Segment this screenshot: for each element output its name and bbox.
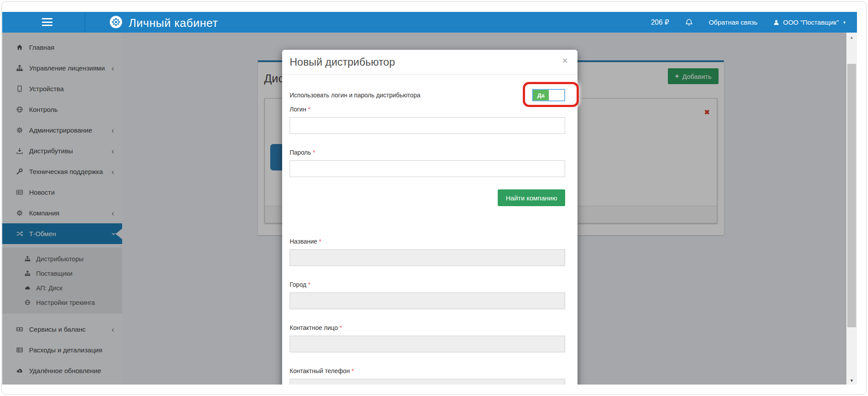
name-label: Название * [290, 238, 565, 247]
required-mark: * [351, 367, 354, 374]
name-input [290, 249, 565, 266]
find-company-button[interactable]: Найти компанию [498, 189, 565, 206]
toggle-label: Использовать логин и пароль дистрибьютор… [290, 92, 420, 99]
required-mark: * [308, 281, 310, 288]
header-divider [85, 12, 85, 33]
annotation-highlight [523, 82, 579, 107]
scroll-down-arrow-icon[interactable]: ▼ [846, 378, 857, 383]
notifications-bell-icon[interactable] [685, 19, 693, 26]
contact-phone-input [290, 379, 565, 385]
modal-title: Новый дистрибьютор [290, 56, 395, 68]
login-input[interactable] [290, 117, 565, 134]
contact-person-label: Контактное лицо * [290, 324, 565, 333]
app-logo-icon [109, 15, 123, 30]
close-icon[interactable]: × [562, 56, 568, 66]
page-title: Личный кабинет [129, 16, 218, 30]
password-label: Пароль * [290, 149, 565, 158]
contact-phone-label: Контактный телефон * [290, 367, 565, 376]
modal-header: Новый дистрибьютор × [282, 50, 577, 74]
modal-body: Использовать логин и пароль дистрибьютор… [282, 74, 577, 385]
city-label: Город * [290, 281, 565, 290]
required-mark: * [313, 149, 315, 156]
feedback-link[interactable]: Обратная связь [709, 19, 758, 26]
brand[interactable]: Личный кабинет [109, 15, 218, 30]
account-menu[interactable]: ООО "Поставщик" ▾ [773, 19, 846, 26]
app-window: Личный кабинет 206 ₽ Обратная связь ООО … [2, 12, 857, 385]
city-input [290, 292, 565, 309]
balance-link[interactable]: 206 ₽ [651, 18, 669, 26]
required-mark: * [319, 238, 321, 245]
login-label: Логин * [290, 106, 565, 115]
required-mark: * [339, 324, 342, 331]
scrollbar-thumb[interactable] [847, 64, 856, 327]
contact-person-input [290, 336, 565, 352]
caret-down-icon: ▾ [843, 20, 846, 25]
scroll-up-arrow-icon[interactable]: ▲ [846, 35, 857, 40]
top-navbar: Личный кабинет 206 ₽ Обратная связь ООО … [2, 12, 857, 33]
hamburger-menu-icon[interactable] [42, 18, 52, 26]
required-mark: * [308, 106, 310, 113]
user-icon [773, 19, 779, 26]
password-input[interactable] [290, 160, 565, 177]
vertical-scrollbar[interactable]: ▲ ▼ [846, 33, 857, 385]
